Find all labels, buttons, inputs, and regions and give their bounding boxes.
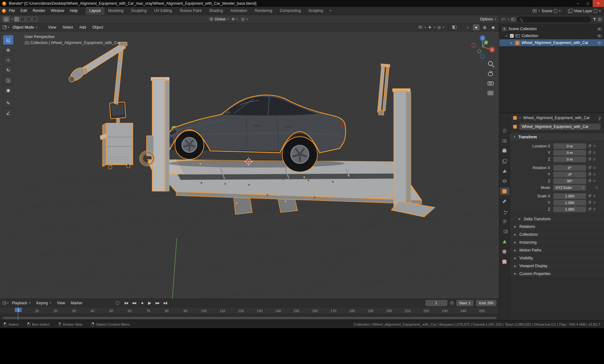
tab-view-layer[interactable]: [500, 157, 509, 165]
keyframe-dot-icon[interactable]: [593, 173, 596, 175]
tab-shading[interactable]: Shading: [205, 7, 227, 15]
xray-toggle-icon[interactable]: [452, 25, 456, 29]
timeline-ruler[interactable]: 1 10 20 30 40 50 60 70 80 90 100 110 120…: [0, 307, 499, 314]
lock-icon[interactable]: [589, 180, 591, 182]
chevron-down-icon[interactable]: ∨: [433, 26, 435, 29]
collection-checkbox[interactable]: ✓: [510, 34, 514, 38]
keyframe-dot-icon[interactable]: [593, 180, 596, 182]
display-mode-icon[interactable]: [511, 18, 515, 21]
view-layer-selector[interactable]: View Layer: [574, 9, 592, 13]
timeline-editor-icon[interactable]: [3, 301, 6, 305]
close-button[interactable]: ×: [593, 0, 604, 7]
outliner-editor-icon[interactable]: [502, 18, 506, 21]
select-mode-intersect[interactable]: [32, 17, 37, 22]
rotation-mode-dropdown[interactable]: XYZ Euler ∨: [553, 185, 586, 190]
panel-instancing[interactable]: ▶ Instancing: [510, 238, 604, 246]
active-tool-icon[interactable]: ◱: [3, 16, 10, 22]
tab-sculpting[interactable]: Sculpting: [127, 7, 150, 15]
panel-custom-properties[interactable]: ▶ Custom Properties: [510, 270, 604, 278]
new-scene-icon[interactable]: [554, 9, 557, 13]
scale-y-field[interactable]: 1.000: [553, 200, 586, 206]
eye-icon[interactable]: [597, 35, 601, 37]
blender-menu-icon[interactable]: [2, 9, 6, 13]
minimize-button[interactable]: –: [573, 0, 583, 7]
rotation-x-field[interactable]: 0°: [553, 165, 586, 171]
menu-playback[interactable]: Playback ∨: [9, 301, 33, 305]
tab-animation[interactable]: Animation: [227, 7, 251, 15]
camera-view-button[interactable]: [488, 82, 493, 85]
menu-marker[interactable]: Marker: [68, 301, 85, 305]
chevron-down-icon[interactable]: ∨: [7, 302, 9, 304]
panel-delta-transform[interactable]: ▶ Delta Transform: [510, 215, 604, 223]
keyframe-dot-icon[interactable]: [596, 186, 598, 189]
scale-z-field[interactable]: 1.000: [553, 207, 586, 212]
rotation-z-field[interactable]: 90°: [553, 178, 586, 184]
outliner-row-scene-collection[interactable]: Scene Collection: [499, 25, 604, 32]
eye-icon[interactable]: [597, 41, 601, 44]
zoom-button[interactable]: [489, 62, 495, 68]
tab-modeling[interactable]: Modeling: [104, 7, 127, 15]
tab-scripting[interactable]: Scripting: [305, 7, 327, 15]
start-frame-field[interactable]: Start 1: [456, 300, 474, 306]
panel-relations[interactable]: ▶ Relations: [510, 223, 604, 230]
end-frame-field[interactable]: End 250: [476, 300, 496, 306]
tab-uv-editing[interactable]: UV Editing: [150, 7, 176, 15]
menu-view[interactable]: View: [54, 301, 68, 305]
tab-object[interactable]: [500, 187, 509, 195]
current-frame-field[interactable]: 1: [425, 300, 447, 306]
menu-select[interactable]: Select: [60, 25, 76, 30]
jump-to-end-button[interactable]: ▶▮: [162, 300, 169, 306]
location-z-field[interactable]: 0 m: [553, 157, 586, 162]
tab-render[interactable]: [500, 137, 509, 145]
keyframe-dot-icon[interactable]: [593, 201, 596, 204]
visibility-icon[interactable]: [418, 26, 422, 29]
preview-range-toggle-icon[interactable]: [450, 301, 454, 305]
tab-layout[interactable]: Layout: [86, 7, 104, 15]
options-button[interactable]: Options ∨: [480, 17, 496, 21]
measure-tool[interactable]: ∠: [3, 108, 13, 118]
snap-toggle[interactable]: U ∨: [232, 17, 238, 21]
scale-x-field[interactable]: 1.000: [553, 193, 586, 199]
panel-visibility[interactable]: ▶ Visibility: [510, 254, 604, 262]
lock-icon[interactable]: [589, 202, 591, 204]
keyframe-dot-icon[interactable]: [593, 158, 596, 160]
rotate-tool[interactable]: ↻: [3, 65, 13, 75]
new-view-layer-icon[interactable]: [594, 9, 597, 13]
pin-icon[interactable]: [598, 117, 601, 119]
keyframe-dot-icon[interactable]: [593, 152, 596, 154]
panel-motion-paths[interactable]: ▶ Motion Paths: [510, 246, 604, 254]
filter-icon[interactable]: [593, 18, 596, 21]
tab-output[interactable]: [500, 147, 509, 155]
annotate-tool[interactable]: ✎: [3, 98, 13, 108]
outliner-options-icon[interactable]: [598, 18, 601, 21]
cursor-tool[interactable]: ⊕: [3, 45, 13, 55]
keyframe-dot-icon[interactable]: [593, 145, 596, 147]
chevron-down-icon[interactable]: ∨: [11, 18, 13, 20]
select-mode-set[interactable]: [14, 17, 19, 22]
tab-material[interactable]: [500, 248, 509, 255]
monitor-cart[interactable]: [100, 102, 133, 169]
panel-collections[interactable]: ▶ Collections: [510, 230, 604, 238]
target-tower[interactable]: [377, 64, 390, 115]
select-mode-subtract[interactable]: [26, 17, 31, 22]
lock-icon[interactable]: [589, 208, 591, 210]
eye-icon[interactable]: [597, 28, 601, 30]
chevron-down-icon[interactable]: ∨: [8, 26, 10, 29]
transform-panel-header[interactable]: ▼ Transform: [510, 133, 604, 141]
menu-keying[interactable]: Keying ∨: [34, 301, 54, 305]
keyframe-dot-icon[interactable]: [593, 167, 596, 169]
prev-keyframe-button[interactable]: ◀◀: [130, 300, 137, 306]
select-box-tool[interactable]: ◱: [3, 35, 13, 45]
outliner-row-collection[interactable]: ▼ ✓ Collection: [499, 32, 604, 39]
jump-to-start-button[interactable]: ▮◀: [122, 300, 130, 306]
tab-scene[interactable]: [500, 167, 509, 175]
tab-rendering[interactable]: Rendering: [251, 7, 276, 15]
tab-constraints[interactable]: [500, 228, 509, 235]
tab-compositing[interactable]: Compositing: [276, 7, 305, 15]
select-mode-extend[interactable]: [20, 17, 25, 22]
disclosure-icon[interactable]: ▼: [505, 35, 508, 37]
outliner-row-object[interactable]: ▶ ▲ Wheel_Alignment_Equipment_with_Car: [499, 39, 604, 46]
shading-rendered-icon[interactable]: ◉: [490, 24, 496, 30]
menu-object[interactable]: Object: [90, 25, 106, 30]
aligner-arm-tower[interactable]: [68, 42, 127, 104]
